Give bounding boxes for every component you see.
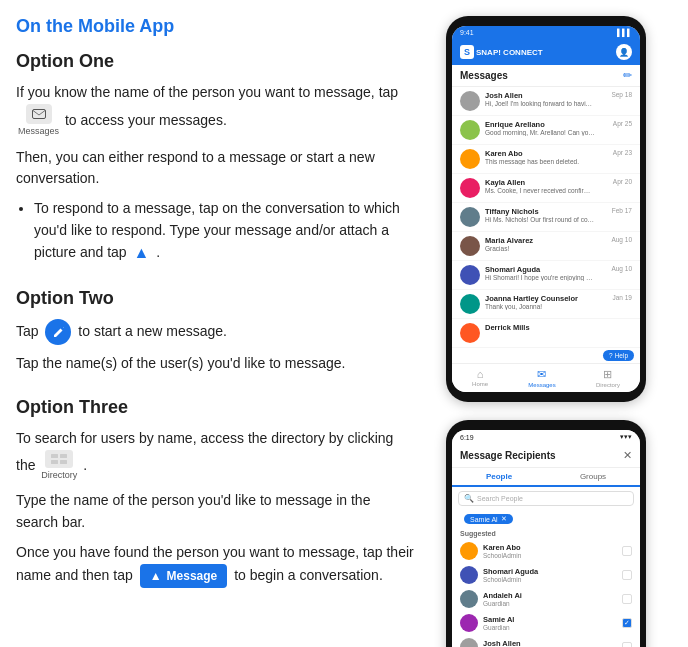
person-checkbox-3-checked[interactable]: ✓	[622, 618, 632, 628]
phone2-icons: ▾▾▾	[620, 433, 632, 441]
msg-item-7: Joanna Hartley CounselorJan 19 Thank you…	[452, 290, 640, 319]
phone1-nav-messages-label: Messages	[528, 382, 555, 388]
message-btn-label: Message	[167, 567, 218, 586]
tag-chip-remove-icon[interactable]: ✕	[501, 515, 507, 523]
msg-avatar-8	[460, 323, 480, 343]
phone2-statusbar: 6:19 ▾▾▾	[452, 430, 640, 444]
msg-avatar-2	[460, 149, 480, 169]
page-title: On the Mobile App	[16, 16, 416, 37]
phone-screen-2: 6:19 ▾▾▾ Message Recipients ✕ People Gro…	[452, 430, 640, 647]
phone1-snap-header: S SNAP! CONNECT 👤	[452, 39, 640, 65]
phone1-nav-home[interactable]: ⌂ Home	[472, 368, 488, 388]
phone2-search-bar[interactable]: 🔍 Search People	[458, 491, 634, 506]
msg-item-8: Derrick Mills	[452, 319, 640, 348]
phone1-avatar: 👤	[616, 44, 632, 60]
svg-rect-4	[60, 460, 67, 464]
tag-chip-label: Samie Al	[470, 516, 498, 523]
option-three-para1: To search for users by name, access the …	[16, 428, 416, 483]
search-icon: 🔍	[464, 494, 474, 503]
messages-icon-label: Messages	[18, 125, 59, 139]
phone2-tabs: People Groups	[452, 468, 640, 487]
msg-content-4: Tiffany NicholsFeb 17 Hi Ms. Nichols! Ou…	[485, 207, 632, 227]
msg-content-0: Josh AllenSep 18 Hi, Joel! I'm looking f…	[485, 91, 632, 111]
phone1-messages-title: Messages	[460, 70, 508, 81]
phone1-compose-icon[interactable]: ✏	[623, 69, 632, 82]
msg-content-3: Kayla AllenApr 20 Ms. Cooke, I never rec…	[485, 178, 632, 198]
person-info-3: Samie Al Guardian	[483, 615, 617, 631]
person-avatar-0	[460, 542, 478, 560]
person-item-1[interactable]: Shomari Aguda SchoolAdmin	[452, 563, 640, 587]
snap-logo: S SNAP! CONNECT	[460, 45, 543, 59]
phone2-people-list: Karen Abo SchoolAdmin Shomari Aguda Scho…	[452, 539, 640, 647]
msg-item-6: Shomari AgudaAug 10 Hi Shomari! I hope y…	[452, 261, 640, 290]
phone1-help-row: ? Help	[452, 348, 640, 363]
msg-content-8: Derrick Mills	[485, 323, 632, 343]
phone2-title: Message Recipients	[460, 450, 556, 461]
msg-item-5: Maria AlvarezAug 10 Gracias!	[452, 232, 640, 261]
person-info-4: Josh Allen Guardian	[483, 639, 617, 647]
person-item-3[interactable]: Samie Al Guardian ✓	[452, 611, 640, 635]
message-btn-arrow-icon: ▲	[150, 567, 162, 586]
directory-label: Directory	[41, 469, 77, 483]
svg-rect-2	[60, 454, 67, 458]
msg-avatar-4	[460, 207, 480, 227]
home-icon: ⌂	[477, 368, 484, 380]
person-checkbox-4[interactable]	[622, 642, 632, 647]
msg-avatar-3	[460, 178, 480, 198]
phone1-nav-directory[interactable]: ⊞ Directory	[596, 368, 620, 388]
svg-rect-0	[32, 109, 45, 118]
phone-mockup-1: 9:41 ▌▌▌ S SNAP! CONNECT 👤 Messages	[446, 16, 646, 402]
svg-rect-3	[51, 460, 58, 464]
person-checkbox-1[interactable]	[622, 570, 632, 580]
phone1-help-badge[interactable]: ? Help	[603, 350, 634, 361]
person-avatar-2	[460, 590, 478, 608]
msg-avatar-0	[460, 91, 480, 111]
section-option-two: Option Two Tap to start a new message. T…	[16, 288, 416, 375]
phone1-help-label: Help	[615, 352, 628, 359]
msg-avatar-7	[460, 294, 480, 314]
msg-avatar-1	[460, 120, 480, 140]
phone-screen-1: 9:41 ▌▌▌ S SNAP! CONNECT 👤 Messages	[452, 26, 640, 392]
person-checkbox-0[interactable]	[622, 546, 632, 556]
send-icon-inline: ▲	[134, 241, 150, 266]
msg-item-0: Josh AllenSep 18 Hi, Joel! I'm looking f…	[452, 87, 640, 116]
tab-people[interactable]: People	[452, 468, 546, 487]
option-two-title: Option Two	[16, 288, 416, 309]
tab-groups[interactable]: Groups	[546, 468, 640, 485]
person-item-0[interactable]: Karen Abo SchoolAdmin	[452, 539, 640, 563]
phone1-nav-messages[interactable]: ✉ Messages	[528, 368, 555, 388]
person-info-1: Shomari Aguda SchoolAdmin	[483, 567, 617, 583]
directory-icon-box	[45, 450, 73, 468]
option-three-para3: Once you have found the person you want …	[16, 542, 416, 588]
person-avatar-1	[460, 566, 478, 584]
option-two-para2: Tap the name(s) of the user(s) you'd lik…	[16, 353, 416, 375]
person-item-2[interactable]: Andaleh Ai Guardian	[452, 587, 640, 611]
phone2-close-icon[interactable]: ✕	[623, 449, 632, 462]
person-avatar-4	[460, 638, 478, 647]
msg-content-2: Karen AboApr 23 This message has been de…	[485, 149, 632, 169]
person-item-4[interactable]: Josh Allen Guardian	[452, 635, 640, 647]
msg-avatar-5	[460, 236, 480, 256]
msg-avatar-6	[460, 265, 480, 285]
person-checkbox-2[interactable]	[622, 594, 632, 604]
msg-item-2: Karen AboApr 23 This message has been de…	[452, 145, 640, 174]
right-column: 9:41 ▌▌▌ S SNAP! CONNECT 👤 Messages	[436, 16, 656, 647]
msg-content-6: Shomari AgudaAug 10 Hi Shomari! I hope y…	[485, 265, 632, 285]
tag-chip-samie[interactable]: Samie Al ✕	[464, 514, 513, 524]
phone2-tag-area: Samie Al ✕	[452, 510, 640, 528]
phone1-messages-titlebar: Messages ✏	[452, 65, 640, 87]
option-one-title: Option One	[16, 51, 416, 72]
messages-nav-icon: ✉	[537, 368, 546, 381]
msg-item-3: Kayla AllenApr 20 Ms. Cooke, I never rec…	[452, 174, 640, 203]
msg-content-1: Enrique ArellanoApr 25 Good morning, Mr.…	[485, 120, 632, 140]
msg-item-1: Enrique ArellanoApr 25 Good morning, Mr.…	[452, 116, 640, 145]
compose-icon-inline	[45, 319, 71, 345]
option-one-para1: If you know the name of the person you w…	[16, 82, 416, 139]
option-three-title: Option Three	[16, 397, 416, 418]
search-placeholder: Search People	[477, 495, 523, 502]
messages-icon-box	[26, 104, 52, 124]
option-one-para2: Then, you can either respond to a messag…	[16, 147, 416, 190]
phone1-battery: ▌▌▌	[617, 29, 632, 36]
msg-content-7: Joanna Hartley CounselorJan 19 Thank you…	[485, 294, 632, 314]
phone1-nav-directory-label: Directory	[596, 382, 620, 388]
